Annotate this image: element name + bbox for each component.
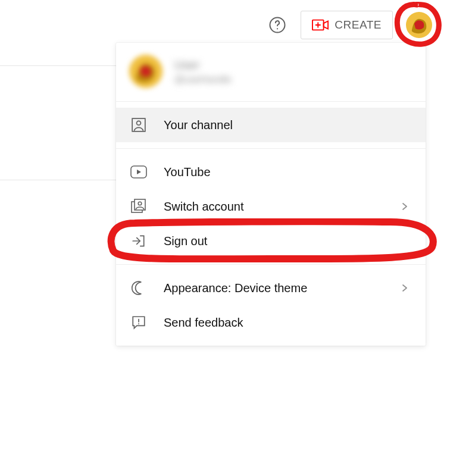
page-divider (0, 180, 116, 180)
moon-icon (130, 280, 147, 296)
dropdown-header: User @userhandle (116, 43, 426, 102)
user-info: User @userhandle (174, 58, 231, 85)
account-avatar-button[interactable] (406, 12, 432, 38)
svg-point-14 (138, 323, 139, 324)
help-icon[interactable] (267, 15, 288, 35)
chevron-right-icon (398, 281, 411, 295)
sign-out-icon (130, 233, 147, 249)
svg-point-8 (137, 121, 141, 125)
account-dropdown: User @userhandle Your channel (116, 43, 426, 346)
menu-label: YouTube (164, 165, 411, 179)
menu-label: Switch account (164, 200, 382, 214)
menu-item-youtube[interactable]: YouTube (116, 155, 426, 189)
menu-section-2: YouTube Switch account (116, 148, 426, 264)
feedback-icon (130, 314, 147, 331)
page-divider (0, 65, 116, 66)
menu-label: Send feedback (164, 316, 411, 330)
user-handle: @userhandle (174, 74, 231, 85)
menu-label: Your channel (164, 118, 411, 132)
menu-item-send-feedback[interactable]: Send feedback (116, 305, 426, 340)
menu-section-3: Appearance: Device theme Send feedback (116, 264, 426, 346)
user-name: User (174, 58, 231, 72)
svg-point-1 (277, 28, 278, 29)
video-plus-icon (312, 17, 329, 33)
menu-label: Sign out (164, 234, 411, 248)
chevron-right-icon (398, 200, 411, 213)
menu-item-your-channel[interactable]: Your channel (116, 108, 426, 142)
menu-item-sign-out[interactable]: Sign out (116, 224, 426, 258)
create-button[interactable]: CREATE (301, 11, 393, 39)
menu-label: Appearance: Device theme (164, 281, 382, 295)
youtube-icon (130, 164, 147, 180)
menu-section-1: Your channel (116, 102, 426, 148)
user-square-icon (130, 117, 147, 133)
menu-item-switch-account[interactable]: Switch account (116, 189, 426, 224)
switch-account-icon (130, 198, 147, 215)
create-label: CREATE (335, 18, 382, 32)
user-avatar (129, 55, 162, 88)
menu-item-appearance[interactable]: Appearance: Device theme (116, 271, 426, 305)
